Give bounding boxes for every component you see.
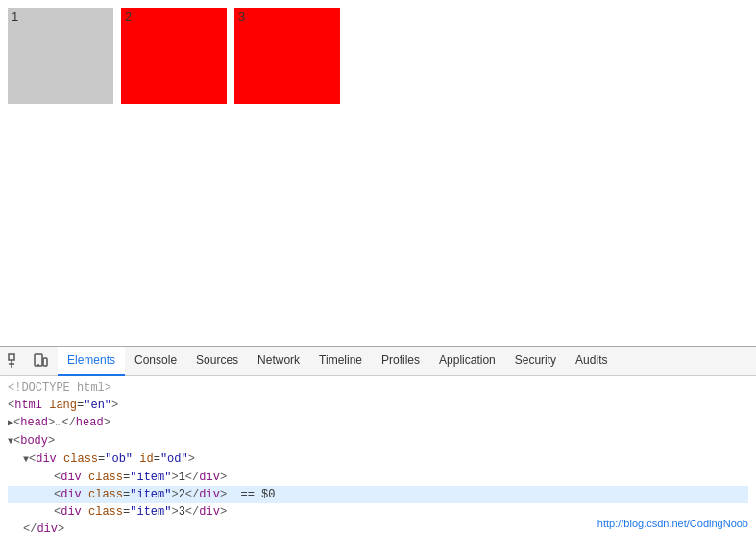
html-line-item-1: <div class="item">1</div> (8, 469, 748, 486)
tab-audits[interactable]: Audits (566, 347, 617, 376)
svg-rect-3 (35, 354, 42, 366)
box-2-label: 2 (125, 10, 132, 24)
html-line-html: <html lang="en"> (8, 397, 748, 414)
boxes-container: 1 2 3 (0, 0, 355, 111)
html-line-head: ▶<head>…</head> (8, 414, 748, 432)
tab-application[interactable]: Application (429, 347, 505, 376)
svg-rect-0 (9, 354, 14, 360)
tab-elements[interactable]: Elements (58, 347, 125, 376)
tab-network[interactable]: Network (248, 347, 309, 376)
tab-console[interactable]: Console (125, 347, 186, 376)
devtools-panel: Elements Console Sources Network Timelin… (0, 346, 756, 533)
tab-sources[interactable]: Sources (186, 347, 248, 376)
box-1-label: 1 (12, 10, 18, 24)
main-content-area: 1 2 3 (0, 0, 756, 346)
device-icon-button[interactable] (29, 350, 52, 373)
devtools-html-content[interactable]: <!DOCTYPE html> <html lang="en"> ▶<head>… (0, 376, 756, 533)
box-3: 3 (234, 8, 340, 104)
tab-timeline[interactable]: Timeline (309, 347, 372, 376)
box-3-label: 3 (238, 10, 245, 24)
tab-security[interactable]: Security (505, 347, 566, 376)
html-line-div-ob: ▼<div class="ob" id="od"> (8, 450, 748, 469)
devtools-toolbar: Elements Console Sources Network Timelin… (0, 347, 756, 376)
html-line-body-open: ▼<body> (8, 432, 748, 450)
box-2: 2 (121, 8, 227, 104)
watermark: http://blog.csdn.net/CodingNoob (597, 518, 748, 529)
html-line-doctype: <!DOCTYPE html> (8, 379, 748, 397)
inspect-icon-button[interactable] (4, 350, 27, 373)
tab-profiles[interactable]: Profiles (372, 347, 429, 376)
html-line-item-2: <div class="item">2</div> == $0 (8, 486, 748, 503)
devtools-tabs: Elements Console Sources Network Timelin… (58, 347, 617, 376)
svg-rect-4 (43, 358, 47, 366)
box-1: 1 (8, 8, 113, 104)
